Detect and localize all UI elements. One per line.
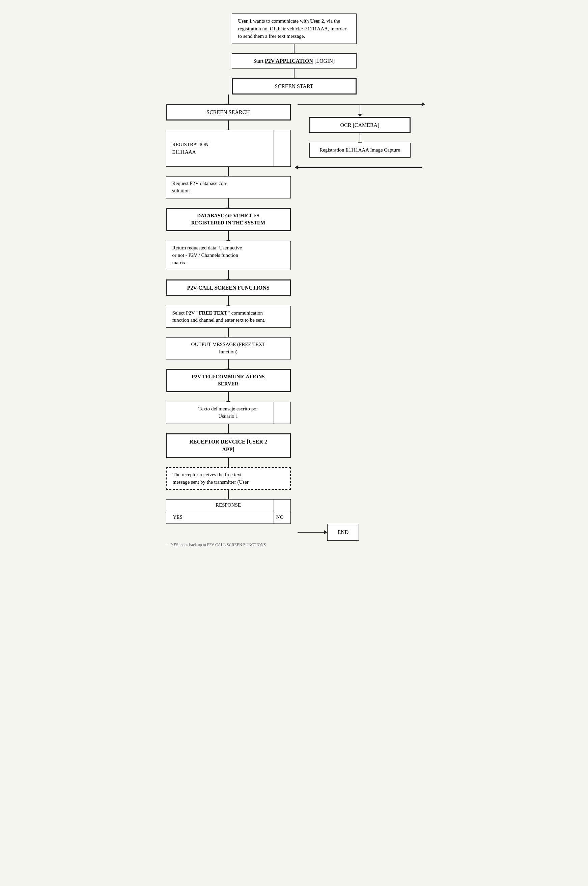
yes-no-row: YES NO [166,511,291,524]
arrow-12 [228,392,229,402]
arrow-8 [228,270,229,279]
database-box: DATABASE OF VEHICLESREGISTERED IN THE SY… [166,208,291,231]
telecom-server-box: P2V TELECOMMUNICATIONSSERVER [166,369,291,392]
arrow-3 [228,95,229,104]
request-db-box: Request P2V database con-sultation [166,176,291,198]
arrow-10 [228,328,229,337]
flow-diagram: User 1 wants to communicate with User 2,… [142,14,446,547]
p2v-app-label: P2V APPLICATION [265,58,313,64]
arrow-15 [228,490,229,499]
texto-mensaje-box: Texto del mensaje escrito porUsuario 1 [166,402,291,424]
arrow-2 [294,69,294,78]
output-msg-box: OUTPUT MESSAGE (FREE TEXTfunction) [166,337,291,359]
arrow-6 [228,198,229,208]
response-label: RESPONSE [166,500,291,511]
arrow-to-ocr [360,105,360,114]
h-connector-to-request [297,167,422,168]
arrow-ocr-down [360,133,360,143]
arrow-4 [228,120,229,130]
arrow-13 [228,424,229,433]
screen-start-box: SCREEN START [232,78,357,95]
arrow-11 [228,359,229,369]
end-box: END [327,524,359,541]
feedback-note: ← YES loops back up to P2V-CALL SCREEN F… [166,542,422,547]
arrow-14 [228,458,229,467]
intro-box: User 1 wants to communicate with User 2,… [232,14,357,44]
h-arrow-to-end [297,532,324,533]
arrow-9 [228,296,229,306]
receptor-box: RECEPTOR DEVCICE [USER 2APP] [166,433,291,458]
arrow-5 [228,167,229,176]
start-app-box: Start P2V APPLICATION [LOGIN] [232,53,357,69]
p2v-call-box: P2V-CALL SCREEN FUNCTIONS [166,279,291,296]
screen-search-box: SCREEN SEARCH [166,104,291,120]
receptor-desc-box: The receptor receives the free textmessa… [166,467,291,490]
right-branch: OCR [CAMERA] Registration E1111AAA Image… [291,95,422,168]
arrow-7 [228,231,229,241]
select-func-box: Select P2V "FREE TEXT" communicationfunc… [166,306,291,328]
registration-box: REGISTRATION E1111AAA [166,130,291,167]
response-box: RESPONSE YES NO [166,499,291,524]
arrow-1 [294,44,294,53]
reg-image-box: Registration E1111AAA Image Capture [309,143,411,158]
yes-label: YES [173,514,183,520]
ocr-camera-box: OCR [CAMERA] [309,117,411,133]
return-data-box: Return requested data: User activeor not… [166,241,291,270]
